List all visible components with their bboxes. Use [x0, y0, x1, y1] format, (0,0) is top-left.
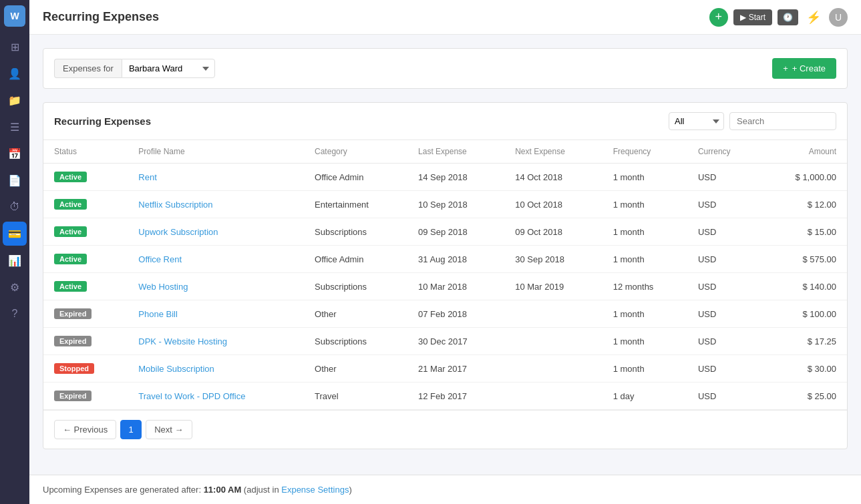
cell-last-expense-0: 14 Sep 2018 [407, 164, 504, 191]
page-title: Recurring Expenses [43, 10, 159, 24]
cell-currency-5: USD [687, 300, 761, 328]
sidebar-item-expenses[interactable]: 💳 [3, 222, 27, 246]
col-category: Category [304, 140, 407, 164]
table-row: Active Netflix Subscription Entertainmen… [43, 191, 847, 218]
sidebar-item-contacts[interactable]: 👤 [3, 61, 27, 85]
cell-currency-2: USD [687, 218, 761, 246]
cell-last-expense-6: 30 Dec 2017 [407, 328, 504, 355]
cell-amount-7: $ 30.00 [761, 355, 847, 383]
cell-profile-8: Travel to Work - DPD Office [128, 383, 304, 410]
profile-link-0[interactable]: Rent [138, 172, 156, 182]
create-button[interactable]: + + Create [772, 58, 836, 79]
cell-category-0: Office Admin [304, 164, 407, 191]
cell-amount-6: $ 17.25 [761, 328, 847, 355]
create-icon: + [783, 63, 788, 73]
cell-currency-1: USD [687, 191, 761, 218]
cell-frequency-2: 1 month [602, 218, 687, 246]
cell-category-7: Other [304, 355, 407, 383]
cell-amount-2: $ 15.00 [761, 218, 847, 246]
cell-last-expense-8: 12 Feb 2017 [407, 383, 504, 410]
create-label: + Create [792, 63, 826, 73]
status-badge-5: Expired [54, 308, 92, 319]
cell-currency-3: USD [687, 246, 761, 273]
sidebar-item-calendar[interactable]: 📅 [3, 142, 27, 166]
cell-profile-3: Office Rent [128, 246, 304, 273]
main-content: Recurring Expenses + ▶ Start 🕐 ⚡ U Expen… [29, 0, 861, 504]
table-section: Recurring Expenses All Active Expired St… [43, 102, 848, 449]
filter-bar: Expenses for Barbara Ward John Smith Jan… [43, 48, 848, 89]
sidebar-item-help[interactable]: ? [3, 302, 27, 326]
cell-next-expense-4: 10 Mar 2019 [504, 273, 602, 300]
col-amount: Amount [761, 140, 847, 164]
sidebar-item-settings[interactable]: ⚙ [3, 275, 27, 299]
cell-category-1: Entertainment [304, 191, 407, 218]
cell-last-expense-1: 10 Sep 2018 [407, 191, 504, 218]
cell-profile-0: Rent [128, 164, 304, 191]
cell-status-8: Expired [43, 383, 128, 410]
sidebar-item-tasks[interactable]: ☰ [3, 115, 27, 139]
profile-link-2[interactable]: Upwork Subscription [138, 227, 218, 237]
cell-category-4: Subscriptions [304, 273, 407, 300]
cell-currency-8: USD [687, 383, 761, 410]
cell-frequency-6: 1 month [602, 328, 687, 355]
sidebar-item-dashboard[interactable]: ⊞ [3, 35, 27, 59]
cell-next-expense-3: 30 Sep 2018 [504, 246, 602, 273]
table-row: Expired Phone Bill Other 07 Feb 2018 1 m… [43, 300, 847, 328]
flash-button[interactable]: ⚡ [804, 7, 824, 27]
status-filter-select[interactable]: All Active Expired Stopped [669, 112, 724, 130]
filter-left: Expenses for Barbara Ward John Smith Jan… [54, 59, 215, 78]
timer-button[interactable]: 🕐 [778, 9, 798, 25]
profile-link-5[interactable]: Phone Bill [138, 309, 178, 319]
status-badge-0: Active [54, 172, 87, 182]
cell-next-expense-5 [504, 300, 602, 328]
cell-currency-4: USD [687, 273, 761, 300]
sidebar-item-projects[interactable]: 📁 [3, 88, 27, 112]
previous-button[interactable]: ← Previous [54, 420, 116, 439]
profile-link-8[interactable]: Travel to Work - DPD Office [138, 391, 245, 401]
profile-link-4[interactable]: Web Hosting [138, 282, 188, 292]
page-1-button[interactable]: 1 [120, 420, 142, 439]
cell-amount-4: $ 140.00 [761, 273, 847, 300]
table-row: Expired DPK - Website Hosting Subscripti… [43, 328, 847, 355]
cell-amount-1: $ 12.00 [761, 191, 847, 218]
cell-profile-2: Upwork Subscription [128, 218, 304, 246]
cell-category-2: Subscriptions [304, 218, 407, 246]
sidebar-item-time[interactable]: ⏱ [3, 195, 27, 219]
cell-currency-7: USD [687, 355, 761, 383]
cell-profile-4: Web Hosting [128, 273, 304, 300]
sidebar-item-reports[interactable]: 📊 [3, 248, 27, 272]
start-button[interactable]: ▶ Start [733, 9, 772, 25]
status-badge-3: Active [54, 254, 87, 264]
cell-last-expense-2: 09 Sep 2018 [407, 218, 504, 246]
profile-link-3[interactable]: Office Rent [138, 254, 182, 264]
profile-link-6[interactable]: DPK - Website Hosting [138, 336, 227, 346]
topbar-actions: + ▶ Start 🕐 ⚡ U [709, 7, 848, 27]
cell-next-expense-8 [504, 383, 602, 410]
profile-link-7[interactable]: Mobile Subscription [138, 364, 214, 374]
col-currency: Currency [687, 140, 761, 164]
cell-next-expense-1: 10 Oct 2018 [504, 191, 602, 218]
play-icon: ▶ [740, 13, 746, 22]
cell-profile-6: DPK - Website Hosting [128, 328, 304, 355]
expense-settings-link[interactable]: Expense Settings [281, 485, 349, 495]
profile-link-1[interactable]: Netflix Subscription [138, 200, 212, 210]
cell-profile-5: Phone Bill [128, 300, 304, 328]
cell-next-expense-2: 09 Oct 2018 [504, 218, 602, 246]
cell-category-8: Travel [304, 383, 407, 410]
cell-frequency-5: 1 month [602, 300, 687, 328]
search-input[interactable] [729, 112, 836, 130]
next-button[interactable]: Next → [146, 420, 192, 439]
sidebar-item-invoices[interactable]: 📄 [3, 168, 27, 192]
app-logo[interactable]: W [4, 5, 25, 27]
add-button[interactable]: + [709, 8, 728, 27]
col-frequency: Frequency [602, 140, 687, 164]
status-badge-7: Stopped [54, 363, 94, 374]
cell-frequency-3: 1 month [602, 246, 687, 273]
user-select[interactable]: Barbara Ward John Smith Jane Doe [122, 59, 215, 78]
cell-amount-0: $ 1,000.00 [761, 164, 847, 191]
user-avatar-button[interactable]: U [829, 8, 848, 27]
cell-status-3: Active [43, 246, 128, 273]
cell-frequency-7: 1 month [602, 355, 687, 383]
cell-profile-1: Netflix Subscription [128, 191, 304, 218]
cell-frequency-1: 1 month [602, 191, 687, 218]
